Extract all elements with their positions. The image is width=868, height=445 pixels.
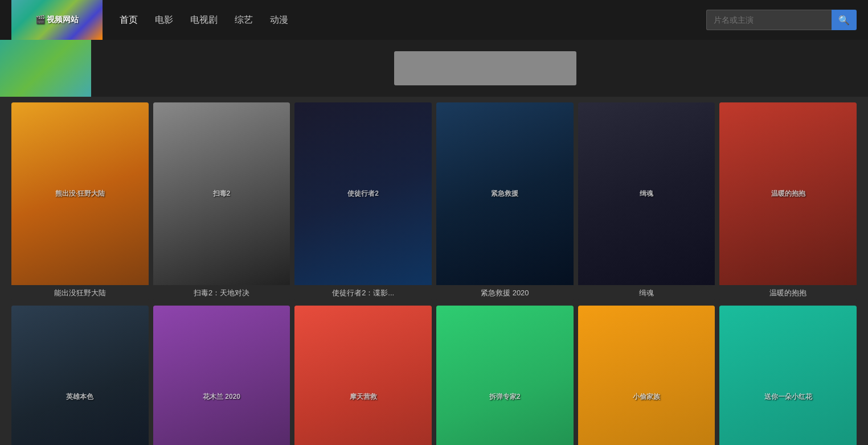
nav-item-variety[interactable]: 综艺 xyxy=(235,11,253,29)
content-area: 熊出没·狂野大陆能出没狂野大陆扫毒2扫毒2：天地对决使徒行者2使徒行者2：谍影.… xyxy=(0,97,868,445)
header: 🎬 视频网站 首页 电影 电视剧 综艺 动漫 🔍 xyxy=(0,0,868,40)
search-input[interactable] xyxy=(706,10,832,30)
movie-poster: 拆弹专家2 xyxy=(436,306,574,445)
navigation: 首页 电影 电视剧 综艺 动漫 xyxy=(120,11,706,29)
search-button[interactable]: 🔍 xyxy=(832,10,857,30)
movie-card[interactable]: 摩天营救摩天营救 xyxy=(294,306,432,445)
movie-poster: 缉魂 xyxy=(578,102,715,285)
movie-grid-2: 英雄本色英雄本色花木兰 2020花木兰 2020摩天营救摩天营救拆弹专家2拆弹专… xyxy=(11,306,857,445)
movie-poster: 熊出没·狂野大陆 xyxy=(11,102,149,285)
movie-grid: 熊出没·狂野大陆能出没狂野大陆扫毒2扫毒2：天地对决使徒行者2使徒行者2：谍影.… xyxy=(11,102,857,301)
search-area: 🔍 xyxy=(706,10,857,30)
nav-item-tv[interactable]: 电视剧 xyxy=(190,11,218,29)
nav-item-home[interactable]: 首页 xyxy=(120,11,138,29)
movie-poster: 花木兰 2020 xyxy=(153,306,290,445)
logo-text: 🎬 视频网站 xyxy=(35,15,79,25)
movie-title: 紧急救援 2020 xyxy=(436,285,574,301)
movie-poster: 英雄本色 xyxy=(11,306,149,445)
movie-title: 温暖的抱抱 xyxy=(719,285,857,301)
movie-title: 扫毒2：天地对决 xyxy=(153,285,290,301)
movie-card[interactable]: 温暖的抱抱温暖的抱抱 xyxy=(719,102,857,301)
movie-poster: 使徒行者2 xyxy=(294,102,432,285)
movie-card[interactable]: 使徒行者2使徒行者2：谍影... xyxy=(294,102,432,301)
movie-poster: 温暖的抱抱 xyxy=(719,102,857,285)
movie-card[interactable]: 紧急救援紧急救援 2020 xyxy=(436,102,574,301)
movie-poster: 扫毒2 xyxy=(153,102,290,285)
movie-card[interactable]: 熊出没·狂野大陆能出没狂野大陆 xyxy=(11,102,149,301)
movie-poster: 小偷家族 xyxy=(578,306,715,445)
banner-logo xyxy=(0,40,91,97)
movie-poster: 紧急救援 xyxy=(436,102,574,285)
movie-poster: 送你一朵小红花 xyxy=(719,306,857,445)
banner-area xyxy=(0,40,868,97)
movie-card[interactable]: 英雄本色英雄本色 xyxy=(11,306,149,445)
movie-card[interactable]: 扫毒2扫毒2：天地对决 xyxy=(153,102,290,301)
movie-title: 使徒行者2：谍影... xyxy=(294,285,432,301)
banner-image xyxy=(394,51,576,85)
nav-item-anime[interactable]: 动漫 xyxy=(270,11,288,29)
movie-card[interactable]: 拆弹专家2拆弹专家2 xyxy=(436,306,574,445)
movie-card[interactable]: 花木兰 2020花木兰 2020 xyxy=(153,306,290,445)
movie-card[interactable]: 送你一朵小红花送你一朵小红花 xyxy=(719,306,857,445)
search-icon: 🔍 xyxy=(838,15,850,26)
movie-card[interactable]: 缉魂缉魂 xyxy=(578,102,715,301)
logo[interactable]: 🎬 视频网站 xyxy=(11,0,103,40)
movie-title: 能出没狂野大陆 xyxy=(11,285,149,301)
movie-title: 缉魂 xyxy=(578,285,715,301)
movie-card[interactable]: 小偷家族小偷家族 xyxy=(578,306,715,445)
movie-poster: 摩天营救 xyxy=(294,306,432,445)
nav-item-movies[interactable]: 电影 xyxy=(155,11,173,29)
